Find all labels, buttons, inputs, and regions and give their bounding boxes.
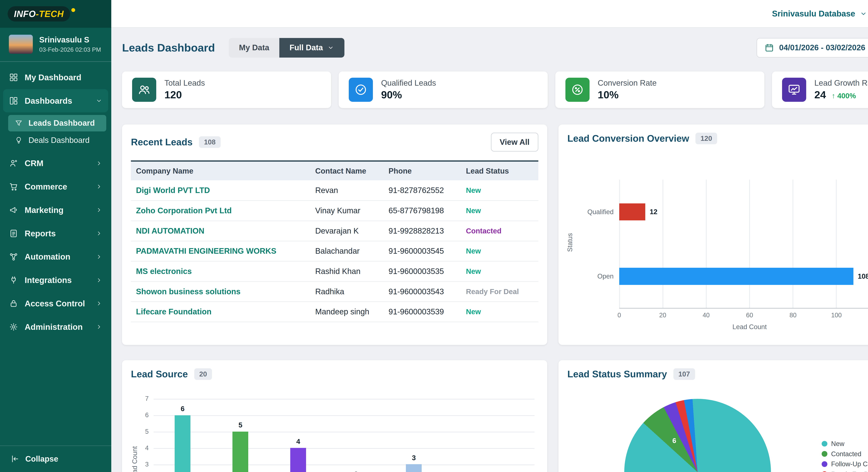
source-bar[interactable] — [175, 415, 190, 472]
sidebar-item-administration[interactable]: Administration — [0, 315, 111, 339]
contact-cell: Revan — [310, 180, 383, 201]
card-title: Lead Conversion Overview — [567, 133, 689, 144]
legend-item[interactable]: Ready For Deal — [822, 470, 868, 472]
chevron-right-icon — [95, 254, 102, 260]
company-link[interactable]: Lifecare Foundation — [131, 302, 310, 322]
chevron-right-icon — [95, 206, 102, 213]
status-cell: New — [461, 261, 538, 281]
phone-cell: 91-9928828213 — [383, 221, 461, 241]
company-link[interactable]: Digi World PVT LTD — [131, 180, 310, 201]
date-range-label: 04/01/2026 - 03/02/2026 — [779, 43, 865, 52]
sidebar-item-label: Marketing — [25, 205, 64, 215]
user-meta: Srinivasulu S 03-Feb-2026 02:03 PM — [39, 35, 101, 53]
status-cell: New — [461, 241, 538, 261]
funnel-mini-icon — [14, 119, 23, 127]
source-bar[interactable] — [406, 464, 422, 472]
kpi-value: 24 ↑ 400% — [814, 89, 868, 101]
card-title: Recent Leads — [131, 137, 192, 147]
main-content: Leads Dashboard My Data Full Data 04/01/… — [111, 28, 868, 472]
percent-circle-icon — [565, 78, 589, 102]
legend-item[interactable]: Contacted — [822, 450, 868, 458]
company-link[interactable]: Zoho Corporation Pvt Ltd — [131, 201, 310, 221]
check-circle-icon — [349, 78, 373, 102]
company-link[interactable]: Showon business solutions — [131, 281, 310, 302]
y-axis-tick: 7 — [136, 395, 149, 402]
company-link[interactable]: PADMAVATHI ENGINEERING WORKS — [131, 241, 310, 261]
bar-qualified[interactable] — [619, 203, 645, 221]
pie-slice-label: 6 — [672, 437, 676, 445]
legend-label: Ready For Deal — [831, 470, 868, 472]
sidebar-collapse-button[interactable]: Collapse — [0, 445, 111, 472]
database-selector-label: Srinivasulu Database — [772, 9, 855, 19]
column-header[interactable]: Phone — [383, 161, 461, 180]
bar-value-label: 4 — [296, 438, 300, 445]
calendar-icon — [765, 43, 774, 53]
user-avatar — [9, 35, 33, 54]
pie[interactable] — [624, 399, 771, 472]
sidebar-item-label: My Dashboard — [25, 73, 81, 82]
legend-item[interactable]: New — [822, 440, 868, 447]
contact-cell: Devarajan K — [310, 221, 383, 241]
sidebar-item-reports[interactable]: Reports — [0, 222, 111, 245]
table-row[interactable]: Showon business solutions Radhika 91-960… — [131, 281, 538, 302]
kpi-value: 10% — [598, 89, 656, 101]
sidebar-item-deals-dashboard[interactable]: Deals Dashboard — [8, 132, 106, 148]
kpi-row: Total Leads 120 Qualified Leads 90% Conv… — [122, 71, 868, 108]
view-all-button[interactable]: View All — [491, 133, 538, 151]
table-row[interactable]: Zoho Corporation Pvt Ltd Vinay Kumar 65-… — [131, 201, 538, 221]
sidebar-item-label: Access Control — [25, 299, 85, 308]
tab-full-data[interactable]: Full Data — [279, 38, 344, 58]
tab-my-data[interactable]: My Data — [229, 38, 279, 58]
company-link[interactable]: MS electronics — [131, 261, 310, 281]
sidebar-item-my-dashboard[interactable]: My Dashboard — [0, 66, 111, 89]
status-cell: New — [461, 201, 538, 221]
column-header[interactable]: Lead Status — [461, 161, 538, 180]
category-label: Open — [574, 244, 619, 309]
sidebar-item-label: Automation — [25, 252, 70, 262]
sidebar: INFO-TECH Srinivasulu S 03-Feb-2026 02:0… — [0, 0, 111, 472]
table-header-row: Company Name Contact Name Phone Lead Sta… — [131, 161, 538, 180]
bar-value-label: 2 — [354, 470, 358, 472]
sidebar-item-access-control[interactable]: Access Control — [0, 292, 111, 315]
bar-value-label: 108 — [858, 272, 868, 280]
column-header[interactable]: Company Name — [131, 161, 310, 180]
bar-open[interactable] — [619, 268, 853, 285]
gear-icon — [9, 322, 19, 332]
legend-item[interactable]: Follow-Up Call — [822, 460, 868, 468]
report-doc-icon — [9, 229, 19, 238]
table-row[interactable]: PADMAVATHI ENGINEERING WORKS Balachandar… — [131, 241, 538, 261]
data-scope-tabs: My Data Full Data — [229, 38, 344, 58]
chart-legend: NewContactedFollow-Up CallReady For Deal… — [822, 440, 868, 472]
bar-slot: 6 — [154, 399, 212, 472]
source-bar[interactable] — [290, 448, 306, 472]
sidebar-item-commerce[interactable]: Commerce — [0, 175, 111, 198]
database-selector[interactable]: Srinivasulu Database — [772, 9, 867, 19]
lead-source-card: Lead Source 20 Lead Count 65423 76543210 — [122, 360, 547, 472]
sidebar-item-label: Deals Dashboard — [28, 136, 90, 145]
sidebar-item-automation[interactable]: Automation — [0, 245, 111, 269]
table-row[interactable]: Digi World PVT LTD Revan 91-8278762552 N… — [131, 180, 538, 201]
sidebar-user[interactable]: Srinivasulu S 03-Feb-2026 02:03 PM — [0, 28, 111, 61]
x-axis-tick: 100 — [831, 312, 842, 319]
sidebar-item-integrations[interactable]: Integrations — [0, 268, 111, 292]
table-row[interactable]: NDI AUTOMATION Devarajan K 91-9928828213… — [131, 221, 538, 241]
sidebar-item-label: Dashboards — [25, 96, 72, 106]
date-range-button[interactable]: 04/01/2026 - 03/02/2026 — [756, 38, 868, 58]
sidebar-item-crm[interactable]: CRM — [0, 151, 111, 175]
sidebar-item-dashboards[interactable]: Dashboards — [3, 89, 108, 112]
logo-text: INFO-TECH — [8, 6, 70, 22]
app-logo[interactable]: INFO-TECH — [0, 0, 111, 28]
chevron-right-icon — [95, 324, 102, 330]
sidebar-item-label: CRM — [25, 159, 43, 168]
card-title: Lead Status Summary — [567, 369, 667, 379]
user-name: Srinivasulu S — [39, 35, 101, 44]
legend-dot — [822, 461, 827, 467]
table-row[interactable]: Lifecare Foundation Mandeep singh 91-960… — [131, 302, 538, 322]
source-bar[interactable] — [232, 432, 248, 472]
sidebar-item-marketing[interactable]: Marketing — [0, 198, 111, 222]
column-header[interactable]: Contact Name — [310, 161, 383, 180]
company-link[interactable]: NDI AUTOMATION — [131, 221, 310, 241]
chevron-right-icon — [95, 160, 102, 167]
sidebar-item-leads-dashboard[interactable]: Leads Dashboard — [8, 115, 106, 131]
table-row[interactable]: MS electronics Rashid Khan 91-9600003535… — [131, 261, 538, 281]
